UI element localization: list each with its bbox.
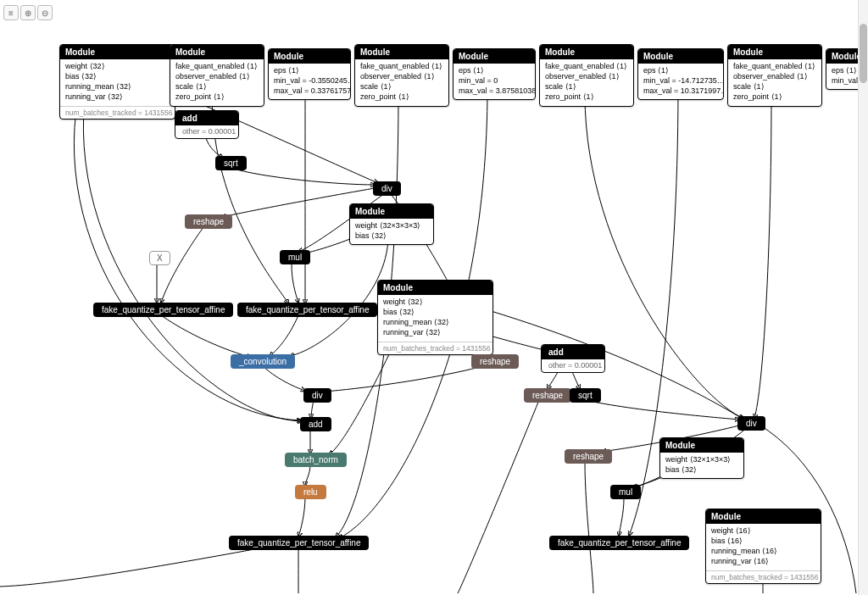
attr-row: scale ⟨1⟩: [175, 81, 259, 92]
attr-row: scale ⟨1⟩: [545, 81, 628, 92]
attr-row: fake_quant_enabled ⟨1⟩: [175, 61, 259, 71]
module-node[interactable]: Module weight ⟨32⟩ bias ⟨32⟩ running_mea…: [59, 44, 175, 120]
op-reshape[interactable]: reshape: [471, 354, 519, 369]
op-add[interactable]: add other = 0.00001: [541, 344, 605, 373]
list-icon[interactable]: ≡: [3, 5, 19, 20]
attr-row: zero_point ⟨1⟩: [545, 92, 628, 102]
module-node[interactable]: Module fake_quant_enabled ⟨1⟩ observer_e…: [539, 44, 634, 107]
attr-row: min_val = -14.712735…: [643, 75, 718, 86]
op-add[interactable]: add other = 0.00001: [175, 110, 239, 139]
op-add[interactable]: add: [300, 417, 331, 431]
attr-row: eps ⟨1⟩: [643, 65, 718, 75]
op-div[interactable]: div: [737, 416, 765, 431]
vertical-scrollbar[interactable]: [858, 0, 868, 595]
attr-row: running_mean ⟨16⟩: [711, 546, 815, 556]
attr-foot: num_batches_tracked = 1431556: [706, 570, 821, 583]
input-x[interactable]: X: [149, 251, 170, 265]
module-node[interactable]: Module eps ⟨1⟩ min_val = -0.3550245… max…: [268, 48, 351, 100]
attr-row: fake_quant_enabled ⟨1⟩: [545, 61, 628, 71]
module-node[interactable]: Module weight ⟨32⟩ bias ⟨32⟩ running_mea…: [377, 280, 493, 355]
module-node[interactable]: Module fake_quant_enabled ⟨1⟩ observer_e…: [727, 44, 822, 107]
attr-foot: num_batches_tracked = 1431556: [60, 106, 175, 119]
module-node[interactable]: Module weight ⟨32×1×3×3⟩ bias ⟨32⟩: [659, 437, 744, 479]
attr-row: weight ⟨32×1×3×3⟩: [665, 454, 738, 464]
attr-row: weight ⟨32⟩: [65, 61, 170, 71]
attr-row: fake_quant_enabled ⟨1⟩: [733, 61, 816, 71]
zoom-out-icon[interactable]: ⊖: [37, 5, 53, 20]
attr-row: running_mean ⟨32⟩: [65, 81, 170, 92]
attr-row: weight ⟨32⟩: [383, 297, 487, 307]
attr-row: scale ⟨1⟩: [733, 81, 816, 92]
scrollbar-thumb[interactable]: [860, 24, 867, 83]
node-header: Module: [170, 45, 264, 59]
op-div[interactable]: div: [373, 181, 401, 196]
node-header: Module: [60, 45, 175, 59]
module-node[interactable]: Module weight ⟨32×3×3×3⟩ bias ⟨32⟩: [349, 203, 434, 245]
node-header: Module: [660, 438, 743, 453]
op-fakequant[interactable]: fake_quantize_per_tensor_affine: [237, 303, 377, 317]
attr-row: running_var ⟨32⟩: [65, 92, 170, 102]
attr-row: zero_point ⟨1⟩: [360, 92, 443, 102]
op-relu[interactable]: relu: [295, 485, 326, 499]
attr-row: min_val = -0.3550245…: [274, 75, 345, 86]
attr-row: running_var ⟨16⟩: [711, 556, 815, 566]
attr-row: bias ⟨32⟩: [65, 71, 170, 81]
attr-row: observer_enabled ⟨1⟩: [360, 71, 443, 81]
op-sqrt[interactable]: sqrt: [570, 388, 601, 403]
attr-row: observer_enabled ⟨1⟩: [175, 71, 259, 81]
attr-row: observer_enabled ⟨1⟩: [545, 71, 628, 81]
node-header: Module: [638, 49, 723, 64]
attr-row: eps ⟨1⟩: [459, 65, 530, 75]
attr-row: min_val = 0: [459, 75, 530, 86]
toolbar: ≡ ⊕ ⊖: [3, 5, 53, 20]
op-reshape[interactable]: reshape: [185, 214, 232, 229]
attr-row: running_var ⟨32⟩: [383, 327, 487, 337]
op-fakequant[interactable]: fake_quantize_per_tensor_affine: [93, 303, 233, 317]
attr-row: observer_enabled ⟨1⟩: [733, 71, 816, 81]
node-header: Module: [378, 281, 492, 295]
attr-row: max_val = 3.87581038…: [459, 86, 530, 96]
attr-row: bias ⟨32⟩: [383, 307, 487, 317]
node-header: Module: [355, 45, 448, 59]
op-batchnorm[interactable]: batch_norm: [285, 453, 347, 467]
module-node[interactable]: Module fake_quant_enabled ⟨1⟩ observer_e…: [170, 44, 264, 107]
op-body: other = 0.00001: [542, 359, 604, 372]
op-fakequant[interactable]: fake_quantize_per_tensor_affine: [229, 536, 369, 550]
attr-row: zero_point ⟨1⟩: [733, 92, 816, 102]
op-sqrt[interactable]: sqrt: [215, 156, 247, 170]
attr-row: scale ⟨1⟩: [360, 81, 443, 92]
node-header: Module: [706, 509, 821, 524]
op-reshape[interactable]: reshape: [565, 449, 612, 464]
attr-row: bias ⟨32⟩: [665, 464, 738, 475]
module-node[interactable]: Module weight ⟨16⟩ bias ⟨16⟩ running_mea…: [705, 509, 821, 584]
graph-canvas[interactable]: ≡ ⊕ ⊖ Module weight ⟨32⟩ bias ⟨32⟩ runni…: [0, 0, 868, 595]
op-convolution[interactable]: _convolution: [231, 354, 295, 369]
attr-row: running_mean ⟨32⟩: [383, 317, 487, 327]
attr-row: bias ⟨32⟩: [355, 231, 428, 241]
attr-row: weight ⟨32×3×3×3⟩: [355, 220, 428, 231]
node-header: Module: [350, 204, 433, 219]
node-header: Module: [269, 49, 350, 64]
module-node[interactable]: Module fake_quant_enabled ⟨1⟩ observer_e…: [354, 44, 449, 107]
op-div[interactable]: div: [303, 388, 331, 403]
zoom-in-icon[interactable]: ⊕: [20, 5, 36, 20]
attr-row: zero_point ⟨1⟩: [175, 92, 259, 102]
op-header: add: [542, 345, 604, 359]
op-mul[interactable]: mul: [610, 485, 641, 499]
attr-row: max_val = 10.3171997…: [643, 86, 718, 96]
attr-foot: num_batches_tracked = 1431556: [378, 342, 492, 354]
node-header: Module: [540, 45, 633, 59]
op-body: other = 0.00001: [175, 125, 238, 138]
attr-row: max_val = 0.33761757…: [274, 86, 345, 96]
attr-row: eps ⟨1⟩: [274, 65, 345, 75]
module-node[interactable]: Module eps ⟨1⟩ min_val = 0 max_val = 3.8…: [453, 48, 536, 100]
module-node[interactable]: Module eps ⟨1⟩ min_val = -14.712735… max…: [637, 48, 724, 100]
attr-row: bias ⟨16⟩: [711, 536, 815, 546]
op-reshape[interactable]: reshape: [524, 388, 571, 403]
node-header: Module: [728, 45, 821, 59]
op-header: add: [175, 111, 238, 125]
op-fakequant[interactable]: fake_quantize_per_tensor_affine: [549, 536, 689, 550]
node-header: Module: [453, 49, 535, 64]
attr-row: weight ⟨16⟩: [711, 525, 815, 536]
op-mul[interactable]: mul: [280, 250, 310, 264]
